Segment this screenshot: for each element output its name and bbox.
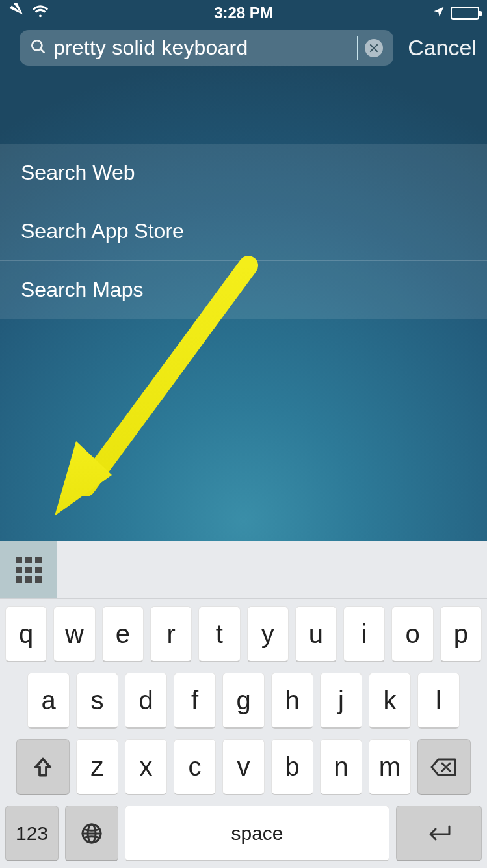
search-suggestions: Search Web Search App Store Search Maps xyxy=(0,144,487,319)
key-space[interactable]: space xyxy=(125,806,389,861)
key-s[interactable]: s xyxy=(76,673,118,729)
clear-search-button[interactable] xyxy=(365,39,383,57)
location-icon xyxy=(432,4,445,22)
key-globe[interactable] xyxy=(65,806,118,861)
suggestion-search-maps[interactable]: Search Maps xyxy=(0,261,487,319)
key-numbers[interactable]: 123 xyxy=(5,806,59,861)
key-i[interactable]: i xyxy=(343,606,385,662)
key-return[interactable] xyxy=(396,806,482,861)
key-t[interactable]: t xyxy=(198,606,240,662)
key-d[interactable]: d xyxy=(125,673,167,729)
cancel-button[interactable]: Cancel xyxy=(408,35,477,61)
grid-icon xyxy=(16,557,42,583)
keyboard-grid-button[interactable] xyxy=(0,541,57,598)
key-b[interactable]: b xyxy=(271,739,313,795)
status-bar: 3:28 PM xyxy=(0,0,487,26)
battery-icon xyxy=(451,7,479,20)
key-shift[interactable] xyxy=(16,739,70,795)
key-l[interactable]: l xyxy=(417,673,460,729)
wifi-icon xyxy=(31,4,49,22)
suggestion-search-web[interactable]: Search Web xyxy=(0,144,487,202)
key-w[interactable]: w xyxy=(53,606,95,662)
key-a[interactable]: a xyxy=(27,673,70,729)
svg-line-1 xyxy=(40,49,44,52)
search-input[interactable] xyxy=(53,36,350,60)
key-h[interactable]: h xyxy=(271,673,313,729)
search-field[interactable] xyxy=(20,30,393,66)
key-x[interactable]: x xyxy=(125,739,167,795)
text-cursor xyxy=(357,36,358,60)
keyboard-row-4: 123 space xyxy=(5,806,482,861)
key-p[interactable]: p xyxy=(440,606,482,662)
airplane-mode-icon xyxy=(8,3,25,23)
keyboard-accessory-bar xyxy=(0,541,487,599)
key-u[interactable]: u xyxy=(295,606,337,662)
keyboard: q w e r t y u i o p a s d f g h j k l z xyxy=(0,599,487,868)
key-v[interactable]: v xyxy=(222,739,265,795)
key-backspace[interactable] xyxy=(417,739,471,795)
key-m[interactable]: m xyxy=(369,739,411,795)
key-n[interactable]: n xyxy=(320,739,362,795)
key-y[interactable]: y xyxy=(247,606,289,662)
key-c[interactable]: c xyxy=(174,739,216,795)
key-z[interactable]: z xyxy=(76,739,118,795)
key-k[interactable]: k xyxy=(369,673,411,729)
key-j[interactable]: j xyxy=(320,673,362,729)
key-g[interactable]: g xyxy=(222,673,265,729)
key-e[interactable]: e xyxy=(102,606,144,662)
status-time: 3:28 PM xyxy=(165,4,322,22)
key-f[interactable]: f xyxy=(174,673,216,729)
status-left xyxy=(8,3,165,23)
spacer xyxy=(0,76,487,144)
keyboard-row-2: a s d f g h j k l xyxy=(5,673,482,729)
suggestion-search-app-store[interactable]: Search App Store xyxy=(0,202,487,261)
key-o[interactable]: o xyxy=(391,606,433,662)
svg-marker-5 xyxy=(55,441,112,516)
search-icon xyxy=(30,38,47,58)
keyboard-row-3: z x c v b n m xyxy=(5,739,482,795)
keyboard-container: q w e r t y u i o p a s d f g h j k l z xyxy=(0,541,487,868)
keyboard-row-1: q w e r t y u i o p xyxy=(5,606,482,662)
key-q[interactable]: q xyxy=(5,606,47,662)
status-right xyxy=(322,4,479,22)
search-header: Cancel xyxy=(0,26,487,76)
key-r[interactable]: r xyxy=(150,606,192,662)
